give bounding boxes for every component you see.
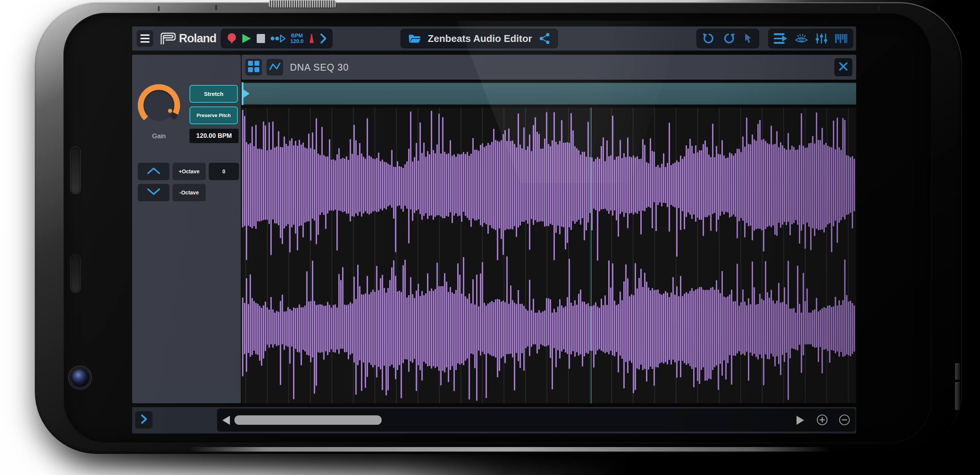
- gridline: [417, 108, 418, 403]
- gain-knob[interactable]: [138, 84, 180, 126]
- advance-chevron-button[interactable]: [320, 33, 326, 44]
- gridline: [783, 108, 784, 403]
- antenna-line: [158, 6, 160, 11]
- cursor-tool-button[interactable]: [744, 33, 754, 44]
- close-icon: [839, 62, 848, 72]
- gridline: [267, 108, 268, 403]
- gridline: [719, 108, 719, 403]
- bpm-display[interactable]: BPM 120.0: [290, 33, 304, 44]
- count-in-button[interactable]: [270, 32, 285, 45]
- gridline: [611, 108, 612, 403]
- piano-button[interactable]: [835, 33, 848, 44]
- open-folder-icon[interactable]: [408, 33, 421, 44]
- editor-header: DNA SEQ 30: [242, 55, 856, 80]
- gridline: [288, 108, 289, 403]
- gridline: [805, 108, 806, 403]
- timeline-ruler[interactable]: [242, 82, 856, 105]
- playhead-flag: [243, 89, 250, 98]
- speaker-grille: [70, 147, 81, 194]
- app-title: Zenbeats Audio Editor: [428, 33, 532, 45]
- menu-button[interactable]: [137, 30, 153, 47]
- grid-view-button[interactable]: [245, 59, 262, 75]
- preserve-pitch-button[interactable]: Preserve Pitch: [189, 107, 238, 124]
- gridline: [310, 108, 311, 403]
- main-toolbar: Roland BP: [132, 26, 856, 51]
- gain-knob-face: [143, 90, 174, 121]
- gridline: [676, 108, 676, 403]
- gridline: [482, 108, 483, 403]
- selection-line[interactable]: [591, 108, 592, 403]
- gridline: [826, 108, 827, 403]
- minus-octave-button[interactable]: -Octave: [172, 184, 206, 201]
- gridline: [374, 108, 375, 403]
- bpm-value: 120.0: [290, 38, 304, 44]
- scrollbar-thumb[interactable]: [234, 415, 382, 425]
- roland-logo: Roland: [159, 31, 216, 46]
- gain-label: Gain: [132, 132, 186, 140]
- navigation-bar: [132, 407, 856, 434]
- roland-logo-mark-icon: [159, 31, 177, 46]
- gridline: [568, 108, 569, 403]
- brand-name: Roland: [179, 32, 216, 45]
- phone-bottom-rim: [189, 447, 830, 451]
- record-button[interactable]: [227, 33, 237, 44]
- antenna-line: [215, 5, 217, 10]
- clip-title: DNA SEQ 30: [290, 62, 349, 73]
- gridline: [697, 108, 698, 403]
- gridline: [848, 108, 849, 403]
- follow-playhead-button[interactable]: [797, 416, 804, 425]
- clip-settings-panel: Gain Stretch Preserve Pitch 120.00 BPM +…: [132, 55, 241, 403]
- zoom-in-button[interactable]: [816, 414, 828, 426]
- volume-button: [955, 382, 960, 410]
- horizontal-scrollbar[interactable]: [217, 408, 856, 432]
- gridline: [590, 108, 590, 403]
- follow-timeline-button[interactable]: [774, 33, 788, 44]
- gridline: [654, 108, 655, 403]
- undo-button[interactable]: [702, 33, 714, 44]
- gridline: [396, 108, 397, 403]
- gridline: [331, 108, 332, 403]
- gridline: [525, 108, 526, 403]
- stop-button[interactable]: [256, 33, 266, 43]
- gridline: [245, 108, 246, 403]
- gridline: [633, 108, 633, 403]
- chevron-up-icon: [146, 166, 161, 176]
- octave-up-chevron-button[interactable]: [138, 163, 170, 180]
- volume-button: [955, 363, 960, 380]
- octave-value-field[interactable]: 0: [209, 163, 239, 180]
- gridline: [504, 108, 504, 403]
- expand-chevron-icon: [140, 414, 148, 426]
- plus-octave-button[interactable]: +Octave: [172, 163, 206, 180]
- expand-panel-button[interactable]: [135, 411, 153, 429]
- file-cluster: Zenbeats Audio Editor: [401, 29, 558, 48]
- share-icon[interactable]: [539, 33, 550, 44]
- gridline: [439, 108, 440, 403]
- mixer-button[interactable]: [815, 33, 827, 44]
- speaker-grille: [70, 255, 81, 293]
- stretch-button[interactable]: Stretch: [189, 85, 238, 103]
- audio-editor-panel: DNA SEQ 30: [242, 55, 856, 403]
- waveform-display[interactable]: [242, 108, 856, 403]
- view-cluster: [768, 29, 853, 48]
- bpm-label: BPM: [291, 33, 303, 38]
- waveform-icon: [269, 61, 281, 73]
- scroll-left-icon[interactable]: [222, 416, 230, 425]
- power-button: [269, 0, 336, 8]
- gridline: [461, 108, 461, 403]
- zenbeats-app: Roland BP: [132, 26, 856, 434]
- redo-button[interactable]: [723, 33, 736, 44]
- waveform-view-button[interactable]: [267, 59, 283, 75]
- eye-button[interactable]: [795, 33, 808, 44]
- grid-icon: [248, 61, 259, 73]
- metronome-icon[interactable]: [309, 34, 315, 43]
- gridline: [547, 108, 547, 403]
- octave-down-chevron-button[interactable]: [138, 184, 170, 201]
- play-button[interactable]: [242, 33, 251, 44]
- gridline: [762, 108, 762, 403]
- antenna-line: [878, 5, 880, 11]
- close-editor-button[interactable]: [834, 58, 853, 76]
- gridline: [353, 108, 354, 403]
- clip-bpm-field[interactable]: 120.00 BPM: [189, 129, 239, 143]
- zoom-out-button[interactable]: [839, 414, 850, 426]
- transport-cluster: BPM 120.0: [221, 29, 332, 48]
